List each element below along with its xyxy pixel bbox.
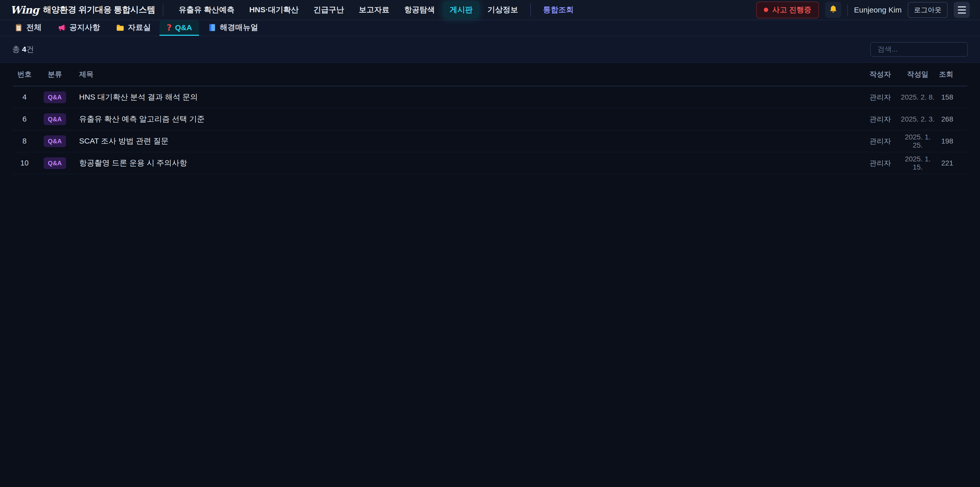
- post-title[interactable]: HNS 대기확산 분석 결과 해석 문의: [73, 92, 861, 102]
- column-header-no: 번호: [13, 69, 36, 79]
- tab-kcg-manual[interactable]: 해경매뉴얼: [200, 20, 265, 36]
- post-date: 2025. 1. 15.: [899, 155, 936, 171]
- nav-separator: [530, 3, 531, 17]
- search-input[interactable]: [870, 42, 968, 57]
- total-count-number: 4: [22, 45, 26, 53]
- incident-dot-icon: [764, 8, 768, 12]
- app-logo: Wing: [10, 4, 39, 16]
- question-icon: ?: [167, 22, 172, 33]
- post-views: 158: [936, 93, 967, 101]
- table-row[interactable]: 8 Q&A SCAT 조사 방법 관련 질문 관리자 2025. 1. 25. …: [13, 130, 967, 152]
- hamburger-menu-button[interactable]: [954, 2, 970, 18]
- post-author: 관리자: [861, 93, 899, 102]
- post-title[interactable]: 유출유 확산 예측 알고리즘 선택 기준: [73, 114, 861, 125]
- tab-all[interactable]: 전체: [7, 20, 49, 36]
- qna-board-table: 번호 분류 제목 작성자 작성일 조회 4 Q&A HNS 대기확산 분석 결과…: [13, 63, 967, 174]
- nav-item-integrated-search[interactable]: 통합조회: [536, 1, 580, 18]
- incident-status-badge[interactable]: 사고 진행중: [756, 2, 819, 18]
- category-badge: Q&A: [44, 113, 66, 125]
- nav-item-weather-info[interactable]: 기상정보: [481, 1, 525, 18]
- hamburger-icon: [958, 6, 966, 7]
- logout-button[interactable]: 로그아웃: [908, 2, 948, 18]
- megaphone-icon: [57, 23, 66, 32]
- table-row[interactable]: 4 Q&A HNS 대기확산 분석 결과 해석 문의 관리자 2025. 2. …: [13, 86, 967, 108]
- column-header-views: 조회: [936, 69, 967, 79]
- column-header-date: 작성일: [899, 69, 936, 79]
- tab-label: 공지사항: [69, 22, 100, 33]
- column-header-author: 작성자: [861, 69, 899, 79]
- board-tabstrip: 전체 공지사항 자료실 ? Q&A: [0, 20, 980, 36]
- board-toolbar: 총 4건: [0, 36, 980, 63]
- main-nav: 유출유 확산예측 HNS·대기확산 긴급구난 보고자료 항공탐색 게시판 기상정…: [172, 1, 580, 18]
- post-date: 2025. 1. 25.: [899, 133, 936, 149]
- post-title[interactable]: 항공촬영 드론 운용 시 주의사항: [73, 158, 861, 168]
- user-area-divider: [847, 4, 848, 16]
- post-views: 268: [936, 115, 967, 123]
- post-author: 관리자: [861, 158, 899, 168]
- category-badge: Q&A: [44, 135, 66, 147]
- column-header-title: 제목: [73, 69, 861, 79]
- book-icon: [208, 23, 216, 32]
- category-badge: Q&A: [44, 91, 66, 103]
- row-no: 4: [13, 93, 36, 101]
- nav-item-reports[interactable]: 보고자료: [352, 1, 396, 18]
- tab-notice[interactable]: 공지사항: [50, 20, 107, 36]
- post-views: 221: [936, 159, 967, 167]
- folder-icon: [116, 23, 124, 32]
- nav-item-board[interactable]: 게시판: [443, 1, 479, 18]
- nav-divider: [163, 5, 163, 15]
- category-badge: Q&A: [44, 157, 66, 169]
- row-no: 10: [13, 159, 36, 167]
- row-no: 6: [13, 115, 36, 123]
- bell-icon: [829, 5, 838, 15]
- top-navbar: Wing 해양환경 위기대응 통합시스템 유출유 확산예측 HNS·대기확산 긴…: [0, 0, 980, 20]
- notifications-button[interactable]: [825, 2, 841, 18]
- tab-label: Q&A: [175, 23, 192, 32]
- tab-label: 전체: [26, 22, 41, 33]
- tab-label: 해경매뉴얼: [220, 22, 258, 33]
- row-no: 8: [13, 137, 36, 145]
- navbar-right: 사고 진행중 Eunjeong Kim 로그아웃: [756, 2, 970, 18]
- incident-badge-label: 사고 진행중: [772, 5, 811, 15]
- tab-qna[interactable]: ? Q&A: [159, 20, 199, 36]
- total-count: 총 4건: [12, 44, 34, 55]
- column-header-category: 분류: [36, 69, 73, 79]
- post-date: 2025. 2. 8.: [899, 93, 936, 101]
- post-title[interactable]: SCAT 조사 방법 관련 질문: [73, 136, 861, 146]
- table-row[interactable]: 6 Q&A 유출유 확산 예측 알고리즘 선택 기준 관리자 2025. 2. …: [13, 108, 967, 130]
- table-row[interactable]: 10 Q&A 항공촬영 드론 운용 시 주의사항 관리자 2025. 1. 15…: [13, 152, 967, 174]
- nav-item-hns-diffusion[interactable]: HNS·대기확산: [243, 1, 305, 18]
- user-name: Eunjeong Kim: [854, 6, 902, 14]
- post-author: 관리자: [861, 136, 899, 146]
- post-date: 2025. 2. 3.: [899, 115, 936, 123]
- tab-archive[interactable]: 자료실: [109, 20, 158, 36]
- clipboard-icon: [14, 23, 23, 32]
- table-header-row: 번호 분류 제목 작성자 작성일 조회: [13, 63, 967, 86]
- brand: Wing 해양환경 위기대응 통합시스템: [10, 4, 155, 16]
- nav-item-oil-spill-prediction[interactable]: 유출유 확산예측: [172, 1, 241, 18]
- tab-label: 자료실: [128, 22, 151, 33]
- app-title: 해양환경 위기대응 통합시스템: [43, 4, 155, 16]
- nav-item-aerial-search[interactable]: 항공탐색: [398, 1, 442, 18]
- post-author: 관리자: [861, 114, 899, 124]
- post-views: 198: [936, 137, 967, 145]
- nav-item-emergency-rescue[interactable]: 긴급구난: [307, 1, 351, 18]
